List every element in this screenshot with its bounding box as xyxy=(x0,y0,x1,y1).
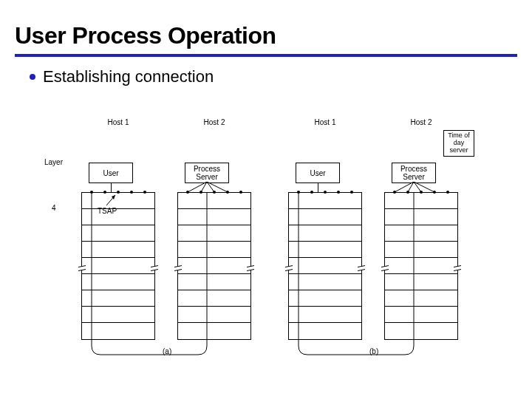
layer-label: Layer xyxy=(44,158,63,166)
diagram-area: Host 1 Host 2 Host 1 Host 2 Time of day … xyxy=(44,118,502,369)
page-title: User Process Operation xyxy=(0,0,532,54)
host-label-2b: Host 2 xyxy=(399,118,443,126)
host-label-1a: Host 1 xyxy=(96,118,140,126)
host-label-1b: Host 1 xyxy=(303,118,347,126)
figure-label-a: (a) xyxy=(163,347,171,355)
bullet-item: Establishing connection xyxy=(0,67,532,86)
user-box-b: User xyxy=(296,163,340,183)
connection-path-b xyxy=(288,191,466,361)
bullet-text: Establishing connection xyxy=(43,67,214,86)
bullet-dot-icon xyxy=(30,74,35,80)
user-box-a: User xyxy=(89,163,133,183)
process-server-box-a: Process Server xyxy=(185,163,229,183)
layer-number-4: 4 xyxy=(52,204,56,212)
figure-label-b: (b) xyxy=(369,347,378,355)
time-of-day-box: Time of day server xyxy=(443,130,474,157)
title-underline xyxy=(15,54,517,57)
host-label-2a: Host 2 xyxy=(192,118,236,126)
process-server-box-b: Process Server xyxy=(392,163,436,183)
connection-path-a xyxy=(81,191,259,361)
